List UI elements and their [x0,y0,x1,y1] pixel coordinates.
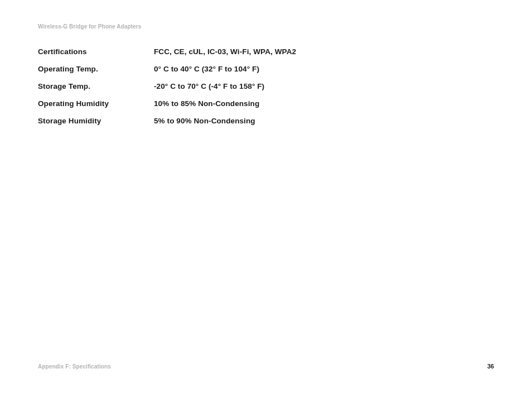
specifications-table: Certifications FCC, CE, cUL, IC-03, Wi-F… [38,43,296,130]
spec-value: 0° C to 40° C (32° F to 104° F) [154,60,296,78]
spec-label: Operating Temp. [38,60,154,78]
page-number: 36 [487,363,494,370]
spec-label: Operating Humidity [38,95,154,112]
document-footer: Appendix F: Specifications 36 [38,363,494,370]
spec-value: -20° C to 70° C (-4° F to 158° F) [154,78,296,95]
spec-label: Storage Humidity [38,112,154,130]
spec-value: 10% to 85% Non-Condensing [154,95,296,112]
spec-row: Storage Temp. -20° C to 70° C (-4° F to … [38,78,296,95]
spec-row: Operating Temp. 0° C to 40° C (32° F to … [38,60,296,78]
spec-row: Certifications FCC, CE, cUL, IC-03, Wi-F… [38,43,296,60]
spec-label: Certifications [38,43,154,60]
spec-label: Storage Temp. [38,78,154,95]
document-header: Wireless-G Bridge for Phone Adapters [38,23,494,30]
spec-row: Storage Humidity 5% to 90% Non-Condensin… [38,112,296,130]
document-page: Wireless-G Bridge for Phone Adapters Cer… [0,0,532,412]
footer-appendix-label: Appendix F: Specifications [38,363,111,370]
spec-value: 5% to 90% Non-Condensing [154,112,296,130]
spec-row: Operating Humidity 10% to 85% Non-Conden… [38,95,296,112]
spec-value: FCC, CE, cUL, IC-03, Wi-Fi, WPA, WPA2 [154,43,296,60]
